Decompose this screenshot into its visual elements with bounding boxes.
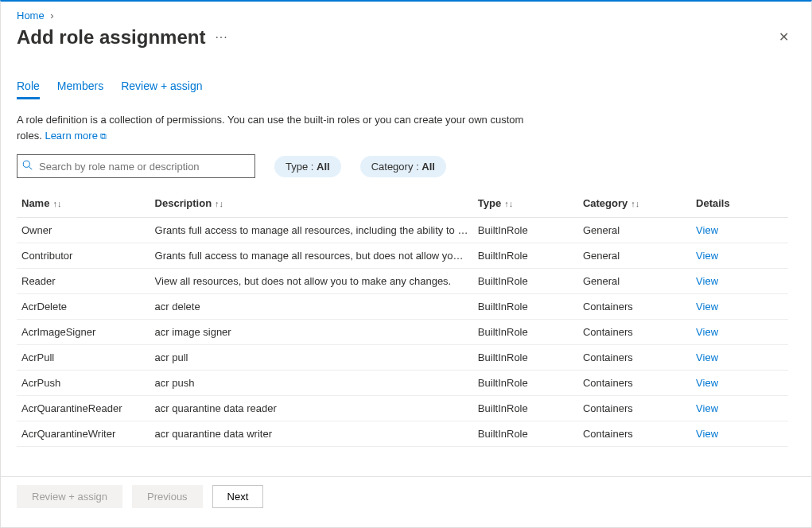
table-row[interactable]: AcrPullacr pullBuiltInRoleContainersView — [17, 345, 788, 371]
sort-icon: ↑↓ — [627, 199, 639, 208]
role-type: BuiltInRole — [473, 243, 578, 269]
roles-table: Name↑↓ Description↑↓ Type↑↓ Category↑↓ D… — [17, 189, 788, 447]
col-category[interactable]: Category↑↓ — [578, 189, 691, 218]
role-description: acr pull — [150, 345, 473, 371]
description-text: A role definition is a collection of per… — [17, 112, 526, 143]
role-type: BuiltInRole — [473, 320, 578, 345]
breadcrumb: Home › — [1, 2, 811, 25]
view-link[interactable]: View — [696, 326, 718, 338]
table-row[interactable]: OwnerGrants full access to manage all re… — [17, 218, 788, 243]
role-type: BuiltInRole — [473, 269, 578, 294]
role-type: BuiltInRole — [473, 218, 578, 243]
previous-button: Previous — [132, 485, 203, 508]
close-icon[interactable]: ✕ — [772, 25, 795, 49]
role-type: BuiltInRole — [473, 345, 578, 371]
sort-icon: ↑↓ — [212, 199, 223, 208]
role-type: BuiltInRole — [473, 294, 578, 320]
chevron-right-icon: › — [47, 10, 56, 21]
role-description: acr quarantine data reader — [150, 396, 473, 421]
role-category: Containers — [578, 396, 691, 421]
view-link[interactable]: View — [696, 402, 718, 414]
learn-more-link[interactable]: Learn more ⧉ — [45, 130, 107, 142]
role-description: Grants full access to manage all resourc… — [150, 218, 473, 243]
sort-icon: ↑↓ — [501, 199, 513, 208]
view-link[interactable]: View — [696, 351, 718, 363]
scroll-region[interactable]: Role Members Review + assign A role defi… — [1, 56, 811, 476]
tabs: Role Members Review + assign — [17, 75, 795, 99]
role-name: AcrImageSigner — [17, 320, 150, 345]
role-name: Owner — [17, 218, 150, 243]
col-type[interactable]: Type↑↓ — [473, 189, 578, 218]
sort-icon: ↑↓ — [49, 199, 61, 208]
role-type: BuiltInRole — [473, 421, 578, 447]
role-category: General — [578, 218, 691, 243]
external-link-icon: ⧉ — [98, 131, 107, 141]
role-name: Reader — [17, 269, 150, 294]
filter-category[interactable]: Category : All — [360, 156, 446, 177]
role-category: Containers — [578, 345, 691, 371]
filter-bar: Type : All Category : All — [17, 154, 795, 178]
role-name: AcrQuarantineWriter — [17, 421, 150, 447]
role-category: General — [578, 269, 691, 294]
panel-add-role-assignment: Home › Add role assignment ··· ✕ Role Me… — [0, 0, 812, 528]
role-name: AcrPull — [17, 345, 150, 371]
table-row[interactable]: AcrQuarantineWriteracr quarantine data w… — [17, 421, 788, 447]
table-row[interactable]: AcrImageSigneracr image signerBuiltInRol… — [17, 320, 788, 345]
search-input[interactable] — [37, 160, 250, 173]
table-row[interactable]: AcrQuarantineReaderacr quarantine data r… — [17, 396, 788, 421]
table-row[interactable]: ContributorGrants full access to manage … — [17, 243, 788, 269]
role-description: acr quarantine data writer — [150, 421, 473, 447]
role-category: Containers — [578, 320, 691, 345]
role-description: acr push — [150, 371, 473, 396]
role-type: BuiltInRole — [473, 371, 578, 396]
horizontal-scrollbar[interactable] — [1, 516, 811, 527]
role-category: Containers — [578, 371, 691, 396]
role-name: AcrQuarantineReader — [17, 396, 150, 421]
tab-role[interactable]: Role — [17, 75, 40, 99]
col-name[interactable]: Name↑↓ — [17, 189, 150, 218]
role-category: General — [578, 243, 691, 269]
role-type: BuiltInRole — [473, 396, 578, 421]
tab-review-assign[interactable]: Review + assign — [121, 75, 202, 99]
table-row[interactable]: ReaderView all resources, but does not a… — [17, 269, 788, 294]
view-link[interactable]: View — [696, 301, 718, 313]
table-header-row: Name↑↓ Description↑↓ Type↑↓ Category↑↓ D… — [17, 189, 788, 218]
next-button[interactable]: Next — [212, 485, 264, 508]
footer-bar: Review + assign Previous Next — [1, 476, 811, 516]
role-name: Contributor — [17, 243, 150, 269]
role-description: acr delete — [150, 294, 473, 320]
search-input-wrapper[interactable] — [17, 154, 255, 178]
view-link[interactable]: View — [696, 250, 718, 262]
view-link[interactable]: View — [696, 428, 718, 440]
review-assign-button: Review + assign — [17, 485, 122, 508]
svg-line-1 — [29, 167, 33, 170]
role-name: AcrDelete — [17, 294, 150, 320]
table-row[interactable]: AcrDeleteacr deleteBuiltInRoleContainers… — [17, 294, 788, 320]
breadcrumb-home[interactable]: Home — [17, 10, 45, 21]
table-row[interactable]: AcrPushacr pushBuiltInRoleContainersView — [17, 371, 788, 396]
more-icon[interactable]: ··· — [215, 30, 227, 45]
role-description: View all resources, but does not allow y… — [150, 269, 473, 294]
role-description: Grants full access to manage all resourc… — [150, 243, 473, 269]
role-category: Containers — [578, 294, 691, 320]
svg-point-0 — [23, 161, 29, 167]
col-description[interactable]: Description↑↓ — [150, 189, 473, 218]
title-bar: Add role assignment ··· ✕ — [1, 25, 811, 56]
role-category: Containers — [578, 421, 691, 447]
search-icon — [22, 160, 33, 173]
view-link[interactable]: View — [696, 275, 718, 287]
col-details: Details — [691, 189, 788, 218]
tab-members[interactable]: Members — [57, 75, 103, 99]
view-link[interactable]: View — [696, 224, 718, 236]
role-name: AcrPush — [17, 371, 150, 396]
role-description: acr image signer — [150, 320, 473, 345]
filter-type[interactable]: Type : All — [274, 156, 341, 177]
page-title: Add role assignment — [17, 26, 205, 49]
view-link[interactable]: View — [696, 377, 718, 389]
